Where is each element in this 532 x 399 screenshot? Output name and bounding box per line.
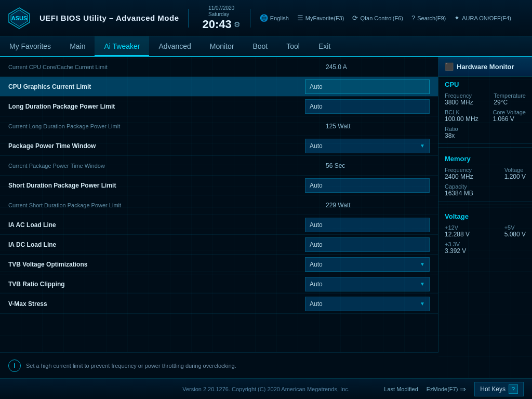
nav-main[interactable]: Main (60, 36, 95, 56)
mem-freq-value: 2400 MHz (445, 173, 473, 180)
v12-label: +12V (445, 224, 470, 231)
v5-value: 5.080 V (504, 231, 526, 238)
table-row[interactable]: Short Duration Package Power Limit Auto (0, 176, 438, 195)
svg-text:ASUS: ASUS (11, 15, 28, 21)
nav-bar: My Favorites Main Ai Tweaker Advanced Mo… (0, 36, 532, 57)
table-row: Current Long Duration Package Power Limi… (0, 116, 438, 136)
short-duration-select[interactable]: Auto (305, 178, 430, 193)
table-row[interactable]: IA AC Load Line Auto (0, 215, 438, 235)
ia-dc-load-line-input[interactable]: Auto (305, 237, 430, 252)
info-text: Set a high current limit to prevent freq… (26, 363, 236, 369)
nav-ai-tweaker[interactable]: Ai Tweaker (95, 36, 149, 56)
aura-button[interactable]: ✦ AURA ON/OFF(F4) (454, 14, 511, 22)
ratio-label: Ratio (445, 126, 526, 132)
star-icon: ☰ (297, 14, 303, 22)
ratio-value: 38x (445, 132, 526, 139)
vmax-stress-select[interactable]: Auto ▼ (305, 297, 430, 311)
setting-label: Current Package Power Time Window (8, 163, 326, 169)
table-row[interactable]: IA DC Load Line Auto (0, 235, 438, 255)
setting-label: Current CPU Core/Cache Current Limit (8, 64, 326, 70)
nav-boot[interactable]: Boot (243, 36, 277, 56)
asus-logo: ASUS (6, 5, 32, 31)
core-voltage-value: 1.066 V (493, 115, 526, 123)
ia-ac-load-line-input[interactable]: Auto (305, 218, 430, 232)
setting-label: Current Long Duration Package Power Limi… (8, 123, 326, 129)
globe-icon: 🌐 (260, 14, 268, 22)
top-bar-actions: 🌐 English ☰ MyFavorite(F3) ⟳ Qfan Contro… (260, 14, 526, 22)
table-row: Current Short Duration Package Power Lim… (0, 195, 438, 215)
settings-icon[interactable]: ⚙ (234, 20, 241, 29)
table-row[interactable]: Long Duration Package Power Limit Auto (0, 97, 438, 116)
table-row[interactable]: Package Power Time Window Auto ▼ (0, 136, 438, 156)
table-row[interactable]: TVB Ratio Clipping Auto ▼ (0, 274, 438, 294)
tvb-voltage-select[interactable]: Auto ▼ (305, 257, 430, 272)
nav-advanced[interactable]: Advanced (149, 36, 200, 56)
nav-exit[interactable]: Exit (309, 36, 340, 56)
package-power-select[interactable]: Auto ▼ (305, 139, 430, 153)
tvb-ratio-select[interactable]: Auto ▼ (305, 277, 430, 291)
top-bar: ASUS UEFI BIOS Utility – Advanced Mode 1… (0, 0, 532, 36)
cpu-graphics-select[interactable]: Auto (305, 79, 430, 94)
hotkeys-button[interactable]: Hot Keys ? (474, 382, 524, 396)
monitor-icon: ⬛ (445, 62, 454, 71)
hardware-monitor: ⬛ Hardware Monitor CPU Frequency 3800 MH… (438, 57, 532, 378)
bclk-value: 100.00 MHz (445, 115, 478, 123)
hw-monitor-title: Hardware Monitor (457, 63, 514, 71)
capacity-value: 16384 MB (445, 190, 526, 197)
chevron-down-icon: ▼ (420, 261, 425, 267)
voltage-section-title: Voltage (445, 212, 526, 220)
bottom-actions: Last Modified EzMode(F7) ⇒ Hot Keys ? (384, 382, 524, 396)
ezmode-arrow-icon: ⇒ (460, 385, 466, 393)
memory-section: Memory Frequency 2400 MHz Voltage 1.200 … (438, 151, 532, 202)
setting-label: TVB Voltage Optimizations (8, 261, 305, 268)
long-duration-select[interactable]: Auto (305, 99, 430, 114)
info-bar: i Set a high current limit to prevent fr… (0, 352, 438, 378)
cpu-section-title: CPU (445, 81, 526, 88)
settings-panel: Current CPU Core/Cache Current Limit 245… (0, 57, 438, 378)
setting-label: Package Power Time Window (8, 142, 305, 150)
hw-divider-1 (438, 147, 532, 148)
settings-scroll[interactable]: Current CPU Core/Cache Current Limit 245… (0, 57, 438, 378)
setting-label: V-Max Stress (8, 300, 305, 308)
myfavorite-button[interactable]: ☰ MyFavorite(F3) (297, 14, 344, 22)
capacity-label: Capacity (445, 183, 526, 190)
setting-label: Current Short Duration Package Power Lim… (8, 202, 326, 208)
fan-icon: ⟳ (352, 14, 358, 22)
bios-title: UEFI BIOS Utility – Advanced Mode (39, 14, 179, 22)
cpu-freq-label: Frequency (445, 92, 473, 99)
settings-table: Current CPU Core/Cache Current Limit 245… (0, 57, 438, 314)
nav-my-favorites[interactable]: My Favorites (0, 36, 60, 56)
v5-label: +5V (504, 224, 526, 231)
time-text: 20:43 (202, 18, 231, 31)
qfan-button[interactable]: ⟳ Qfan Control(F6) (352, 14, 403, 22)
language-selector[interactable]: 🌐 English (260, 14, 289, 22)
mem-voltage-label: Voltage (504, 167, 526, 173)
chevron-down-icon: ▼ (420, 301, 425, 307)
voltage-section: Voltage +12V 12.288 V +5V 5.080 V +3.3V … (438, 208, 532, 259)
table-row[interactable]: CPU Graphics Current Limit Auto (0, 77, 438, 97)
hw-monitor-header: ⬛ Hardware Monitor (438, 57, 532, 76)
last-modified-button[interactable]: Last Modified (384, 386, 418, 392)
cpu-temp-value: 29°C (494, 99, 526, 106)
date-text: 11/07/2020Saturday (208, 5, 234, 18)
cpu-freq-value: 3800 MHz (445, 99, 473, 106)
table-row[interactable]: V-Max Stress Auto ▼ (0, 294, 438, 314)
setting-value: 56 Sec (326, 162, 430, 169)
setting-label: IA AC Load Line (8, 221, 305, 229)
table-row[interactable]: Current CPU Core/Cache Current Limit 245… (0, 57, 438, 77)
question-mark-icon: ? (509, 384, 518, 394)
bclk-label: BCLK (445, 109, 478, 115)
table-row[interactable]: TVB Voltage Optimizations Auto ▼ (0, 255, 438, 274)
mem-voltage-value: 1.200 V (504, 173, 526, 180)
search-icon: ? (411, 14, 415, 22)
nav-tool[interactable]: Tool (277, 36, 309, 56)
info-icon: i (8, 360, 21, 372)
setting-value: 245.0 A (326, 63, 430, 71)
core-voltage-label: Core Voltage (493, 109, 526, 115)
nav-monitor[interactable]: Monitor (201, 36, 244, 56)
ezmode-button[interactable]: EzMode(F7) ⇒ (427, 385, 467, 393)
divider-2 (250, 9, 250, 28)
version-text: Version 2.20.1276. Copyright (C) 2020 Am… (182, 386, 350, 392)
search-button[interactable]: ? Search(F9) (411, 14, 446, 22)
setting-value: 229 Watt (326, 202, 430, 209)
